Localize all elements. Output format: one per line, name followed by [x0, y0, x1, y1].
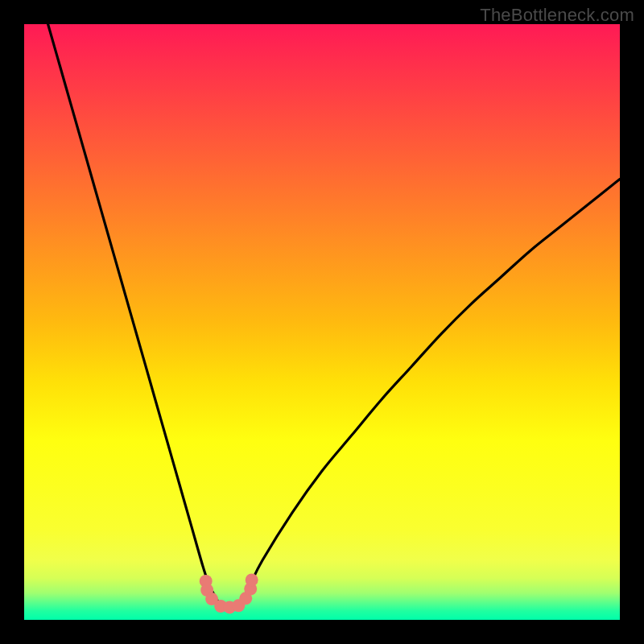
bottleneck-curve — [48, 24, 620, 609]
watermark-text: TheBottleneck.com — [480, 5, 634, 26]
plot-area — [24, 24, 620, 620]
curve-markers — [200, 573, 258, 613]
curve-layer — [24, 24, 620, 620]
curve-marker — [246, 573, 258, 586]
chart-frame: TheBottleneck.com — [0, 0, 644, 644]
